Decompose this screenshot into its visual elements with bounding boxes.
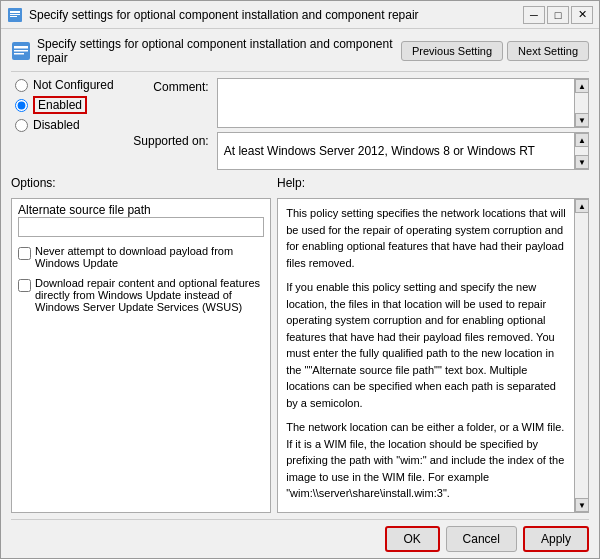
bottom-buttons: OK Cancel Apply [11,519,589,552]
radio-not-configured-input[interactable] [15,79,28,92]
supported-label: Supported on: [124,132,209,148]
help-scrollbar[interactable]: ▲ ▼ [574,199,588,512]
scroll-up-arrow[interactable]: ▲ [575,79,589,93]
header-settings-icon [11,41,31,61]
minimize-button[interactable]: ─ [523,6,545,24]
header-section: Specify settings for optional component … [11,37,589,72]
close-button[interactable]: ✕ [571,6,593,24]
window-title: Specify settings for optional component … [29,8,517,22]
svg-rect-7 [14,53,24,55]
sup-scroll-up[interactable]: ▲ [575,133,589,147]
svg-rect-2 [10,14,20,15]
svg-rect-3 [10,16,17,17]
scroll-track [575,93,588,113]
next-setting-button[interactable]: Next Setting [507,41,589,61]
help-para-4: If you disable or do not configure this … [286,510,570,513]
options-panel: Alternate source file path Never attempt… [11,198,271,513]
comment-row: Comment: ▲ ▼ [124,78,589,128]
help-content: This policy setting specifies the networ… [278,199,588,512]
title-bar: Specify settings for optional component … [1,1,599,29]
never-download-option[interactable]: Never attempt to download payload from W… [18,245,264,269]
content-area: Specify settings for optional component … [1,29,599,558]
download-repair-label: Download repair content and optional fea… [35,277,264,313]
title-icon [7,7,23,23]
svg-rect-5 [14,46,28,49]
comment-scrollbar[interactable]: ▲ ▼ [574,79,588,127]
alt-source-label: Alternate source file path [18,203,264,217]
supported-row: Supported on: At least Windows Server 20… [124,132,589,170]
supported-box: At least Windows Server 2012, Windows 8 … [217,132,589,170]
supported-text: At least Windows Server 2012, Windows 8 … [224,144,535,158]
sup-scroll-down[interactable]: ▼ [575,155,589,169]
help-title: Help: [277,176,589,190]
alt-source-input[interactable] [18,217,264,237]
never-download-checkbox[interactable] [18,247,31,260]
comment-label: Comment: [124,78,209,94]
cancel-button[interactable]: Cancel [446,526,517,552]
download-repair-option[interactable]: Download repair content and optional fea… [18,277,264,313]
svg-rect-6 [14,50,28,52]
main-window: Specify settings for optional component … [0,0,600,559]
right-section: Comment: ▲ ▼ Supported on: At least Wind… [124,78,589,170]
options-content: Alternate source file path Never attempt… [12,199,270,512]
radio-disabled-input[interactable] [15,119,28,132]
prev-setting-button[interactable]: Previous Setting [401,41,503,61]
ok-button[interactable]: OK [385,526,440,552]
help-scroll-down[interactable]: ▼ [575,498,589,512]
radio-section: Not Configured Enabled Disabled [11,78,114,132]
sup-scroll-track [575,147,588,155]
radio-disabled[interactable]: Disabled [15,118,114,132]
radio-not-configured[interactable]: Not Configured [15,78,114,92]
help-panel: This policy setting specifies the networ… [277,198,589,513]
options-title: Options: [11,176,271,190]
never-download-label: Never attempt to download payload from W… [35,245,264,269]
header-left: Specify settings for optional component … [11,37,401,65]
window-controls: ─ □ ✕ [523,6,593,24]
nav-buttons: Previous Setting Next Setting [401,41,589,61]
svg-rect-1 [10,11,20,13]
left-right-section: Not Configured Enabled Disabled Comment: [11,78,589,170]
help-scroll-track [575,213,588,498]
supported-scrollbar[interactable]: ▲ ▼ [574,133,588,169]
scroll-down-arrow[interactable]: ▼ [575,113,589,127]
panel-labels: Options: Help: [11,176,589,190]
comment-box[interactable]: ▲ ▼ [217,78,589,128]
radio-enabled-input[interactable] [15,99,28,112]
alt-source-section: Alternate source file path [18,203,264,237]
radio-enabled[interactable]: Enabled [15,96,114,114]
header-title: Specify settings for optional component … [37,37,401,65]
help-para-2: If you enable this policy setting and sp… [286,279,570,411]
panels-row: Alternate source file path Never attempt… [11,198,589,513]
help-para-3: The network location can be either a fol… [286,419,570,502]
maximize-button[interactable]: □ [547,6,569,24]
help-scroll-up[interactable]: ▲ [575,199,589,213]
download-repair-checkbox[interactable] [18,279,31,292]
apply-button[interactable]: Apply [523,526,589,552]
help-para-1: This policy setting specifies the networ… [286,205,570,271]
